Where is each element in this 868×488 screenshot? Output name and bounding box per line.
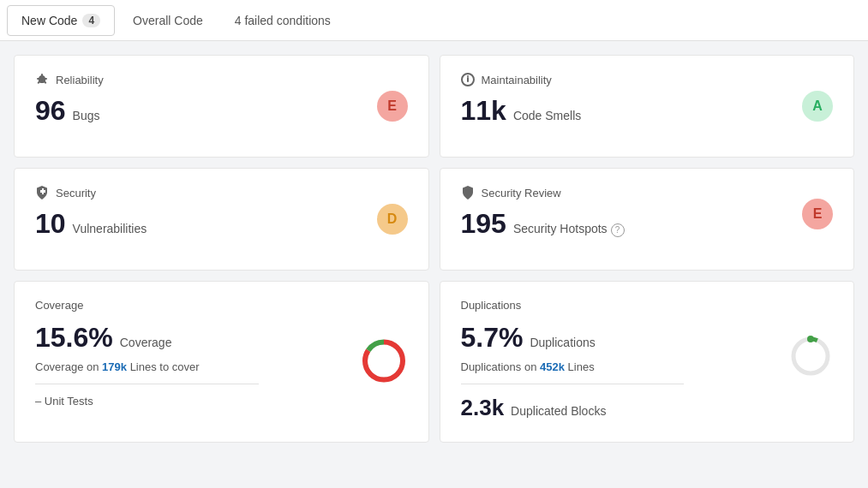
duplications-value: 5.7% bbox=[461, 322, 524, 354]
main-content: Reliability 96 Bugs E Maintainability 11… bbox=[0, 41, 868, 456]
security-review-icon bbox=[461, 186, 475, 199]
maintainability-unit-label: Code Smells bbox=[513, 109, 581, 122]
security-review-title: Security Review bbox=[482, 187, 561, 199]
coverage-header: Coverage bbox=[35, 299, 408, 312]
security-grade-badge: D bbox=[377, 204, 408, 235]
duplications-title: Duplications bbox=[461, 299, 522, 312]
maintainability-value-row: 11k Code Smells bbox=[461, 97, 834, 124]
coverage-value-row: 15.6% Coverage bbox=[35, 322, 408, 354]
security-review-grade-badge: E bbox=[802, 199, 833, 229]
tab-overall-code[interactable]: Overall Code bbox=[118, 5, 218, 36]
duplications-donut-chart bbox=[788, 334, 833, 381]
security-review-value: 195 bbox=[461, 210, 506, 237]
dup-lines-value: 452k bbox=[540, 360, 565, 373]
tab-new-code-badge: 4 bbox=[82, 14, 100, 27]
reliability-value: 96 bbox=[35, 97, 66, 124]
reliability-header: Reliability bbox=[35, 73, 408, 86]
security-review-card: Security Review 195 Security Hotspots ? … bbox=[440, 168, 855, 271]
coverage-card: Coverage 15.6% Coverage Coverage on 179k… bbox=[14, 281, 429, 443]
duplications-unit-label: Duplications bbox=[530, 336, 595, 349]
duplications-header: Duplications bbox=[461, 299, 834, 312]
dup-subtitle-prefix: Duplications on bbox=[461, 360, 537, 373]
coverage-value: 15.6% bbox=[35, 322, 113, 354]
duplications-card: Duplications 5.7% Duplications Duplicati… bbox=[440, 281, 855, 443]
security-header: Security bbox=[35, 186, 408, 199]
tab-new-code[interactable]: New Code 4 bbox=[7, 5, 115, 36]
duplications-subtitle: Duplications on 452k Lines bbox=[461, 360, 834, 373]
reliability-grade-badge: E bbox=[377, 91, 408, 122]
reliability-unit-label: Bugs bbox=[73, 109, 100, 122]
coverage-title: Coverage bbox=[35, 299, 83, 312]
svg-point-5 bbox=[807, 336, 814, 342]
maintainability-value: 11k bbox=[461, 97, 506, 124]
duplications-value-row: 5.7% Duplications bbox=[461, 322, 834, 354]
unit-tests-label: – Unit Tests bbox=[35, 395, 408, 408]
security-review-unit-label: Security Hotspots bbox=[513, 222, 608, 235]
coverage-lines-value: 179k bbox=[102, 360, 127, 373]
duplications-blocks-label: Duplicated Blocks bbox=[511, 404, 606, 418]
svg-point-3 bbox=[793, 339, 828, 373]
security-unit-label: Vulnerabilities bbox=[73, 222, 147, 235]
coverage-unit-label: Coverage bbox=[120, 336, 172, 349]
coverage-divider bbox=[35, 384, 259, 384]
maintainability-icon bbox=[461, 73, 475, 86]
tab-overall-code-label: Overall Code bbox=[133, 14, 203, 27]
security-review-header: Security Review bbox=[461, 186, 834, 199]
maintainability-header: Maintainability bbox=[461, 73, 834, 86]
security-icon bbox=[35, 186, 49, 199]
maintainability-grade-badge: A bbox=[802, 91, 833, 122]
dup-subtitle-suffix: Lines bbox=[568, 360, 595, 373]
reliability-value-row: 96 Bugs bbox=[35, 97, 408, 124]
duplications-blocks-row: 2.3k Duplicated Blocks bbox=[461, 395, 834, 421]
failed-conditions-text: 4 failed conditions bbox=[235, 14, 331, 27]
security-value: 10 bbox=[35, 210, 66, 237]
security-title: Security bbox=[56, 187, 96, 199]
security-value-row: 10 Vulnerabilities bbox=[35, 210, 408, 237]
reliability-icon bbox=[35, 73, 49, 86]
duplications-divider bbox=[461, 384, 685, 384]
reliability-card: Reliability 96 Bugs E bbox=[14, 55, 429, 158]
coverage-subtitle: Coverage on 179k Lines to cover bbox=[35, 360, 408, 373]
reliability-title: Reliability bbox=[56, 74, 104, 86]
tab-bar: New Code 4 Overall Code 4 failed conditi… bbox=[0, 0, 868, 41]
security-review-value-row: 195 Security Hotspots ? bbox=[461, 210, 834, 237]
coverage-subtitle-prefix: Coverage on bbox=[35, 360, 99, 373]
security-card: Security 10 Vulnerabilities D bbox=[14, 168, 429, 271]
maintainability-title: Maintainability bbox=[482, 74, 552, 86]
failed-conditions: 4 failed conditions bbox=[235, 14, 331, 27]
security-review-help-icon[interactable]: ? bbox=[611, 223, 625, 237]
tab-new-code-label: New Code bbox=[21, 14, 77, 27]
coverage-donut-chart bbox=[360, 336, 408, 387]
maintainability-card: Maintainability 11k Code Smells A bbox=[440, 55, 855, 158]
duplications-blocks-value: 2.3k bbox=[461, 395, 505, 421]
